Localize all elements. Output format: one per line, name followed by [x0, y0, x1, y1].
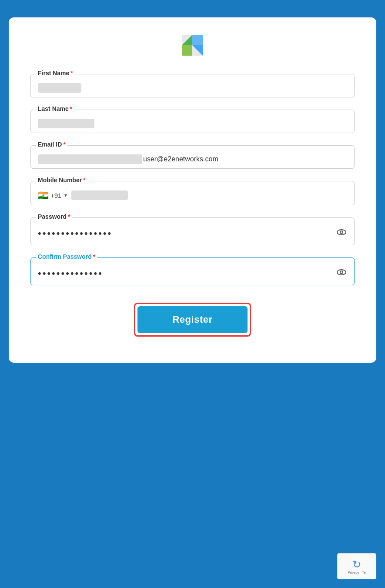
- first-name-blurred: [38, 83, 81, 93]
- page-container: First Name* Last Name*: [0, 0, 385, 588]
- email-blurred: [38, 154, 142, 164]
- register-button-outer: Register: [134, 303, 251, 337]
- first-name-label: First Name*: [36, 70, 75, 77]
- register-button-wrapper: Register: [30, 303, 355, 337]
- last-name-wrapper: Last Name*: [30, 110, 355, 133]
- country-selector[interactable]: 🇮🇳 +91 ▼: [38, 190, 68, 200]
- register-button[interactable]: Register: [137, 306, 247, 333]
- recaptcha-widget: ↻ Privacy - Te: [337, 553, 376, 579]
- last-name-group: Last Name*: [30, 110, 355, 133]
- svg-rect-1: [182, 45, 192, 56]
- first-name-group: First Name*: [30, 74, 355, 97]
- mobile-group: Mobile Number* 🇮🇳 +91 ▼: [30, 181, 355, 205]
- svg-point-6: [340, 231, 343, 234]
- email-visible: user@e2enetworks.com: [143, 155, 218, 163]
- last-name-blurred: [38, 119, 94, 128]
- svg-rect-2: [192, 35, 203, 45]
- logo-area: [30, 35, 355, 57]
- confirm-password-dots: ••••••••••••••: [38, 268, 336, 279]
- confirm-password-label: Confirm Password*: [36, 253, 97, 260]
- first-name-wrapper: First Name*: [30, 74, 355, 97]
- mobile-label: Mobile Number*: [36, 177, 87, 184]
- mobile-wrapper: Mobile Number* 🇮🇳 +91 ▼: [30, 181, 355, 205]
- svg-point-5: [337, 230, 346, 235]
- password-group: Password* ••••••••••••••••: [30, 217, 355, 245]
- confirm-password-eye-icon[interactable]: [336, 267, 347, 281]
- logo: [182, 35, 204, 57]
- form-card: First Name* Last Name*: [9, 17, 376, 363]
- recaptcha-icon: ↻: [352, 558, 361, 571]
- privacy-text: Privacy - Te: [348, 571, 366, 575]
- country-flag: 🇮🇳: [38, 190, 49, 200]
- password-label: Password*: [36, 213, 72, 220]
- password-dots: ••••••••••••••••: [38, 228, 336, 239]
- mobile-blurred: [71, 190, 128, 200]
- last-name-label: Last Name*: [36, 105, 74, 112]
- email-group: Email ID* user@e2enetworks.com: [30, 145, 355, 169]
- chevron-down-icon: ▼: [63, 193, 68, 198]
- svg-point-8: [340, 271, 343, 274]
- confirm-password-group: Confirm Password* ••••••••••••••: [30, 257, 355, 285]
- email-label: Email ID*: [36, 141, 67, 148]
- password-eye-icon[interactable]: [336, 227, 347, 241]
- password-wrapper: Password* ••••••••••••••••: [30, 217, 355, 245]
- email-wrapper: Email ID* user@e2enetworks.com: [30, 145, 355, 169]
- confirm-password-wrapper: Confirm Password* ••••••••••••••: [30, 257, 355, 285]
- country-code: +91: [50, 192, 61, 199]
- svg-point-7: [337, 270, 346, 275]
